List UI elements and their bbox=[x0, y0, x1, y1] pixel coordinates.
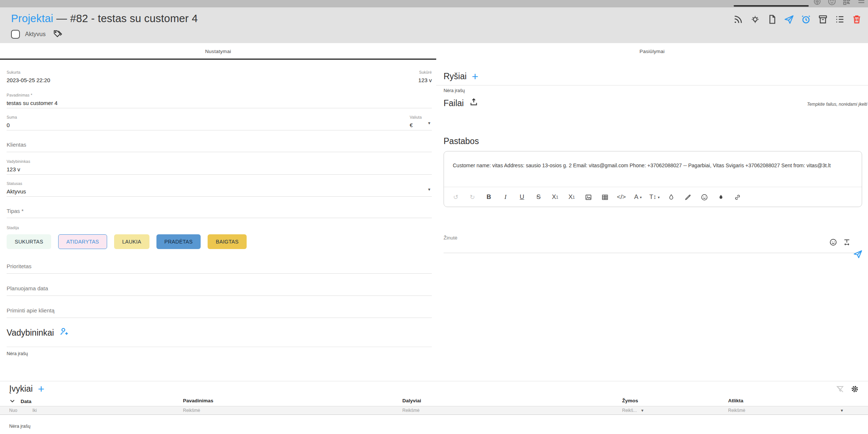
bold-icon[interactable]: B bbox=[483, 191, 495, 203]
settings-gear-icon[interactable] bbox=[850, 385, 859, 395]
stadija-chip-atidarytas[interactable]: ATIDARYTAS bbox=[58, 234, 107, 249]
filter-dalyviai[interactable]: Reikšmė bbox=[402, 408, 420, 413]
superscript-icon[interactable]: X1 bbox=[566, 191, 578, 203]
rss-icon[interactable] bbox=[733, 14, 744, 25]
stadija-chip-baigtas[interactable]: BAIGTAS bbox=[208, 234, 247, 249]
alarm-reminder-icon[interactable] bbox=[801, 14, 811, 25]
idea-lightbulb-icon[interactable] bbox=[750, 14, 761, 25]
undo-icon[interactable]: ↺ bbox=[450, 191, 462, 203]
filter-zymos[interactable]: Reikš...▾ bbox=[622, 408, 643, 413]
browser-qr-icon[interactable] bbox=[842, 0, 851, 6]
filter-iki[interactable]: Iki bbox=[32, 408, 37, 413]
list-view-icon[interactable] bbox=[835, 14, 845, 25]
suma-label: Suma bbox=[7, 115, 17, 119]
active-checkbox[interactable] bbox=[11, 30, 20, 39]
pavadinimas-input[interactable]: testas su customer 4 bbox=[7, 100, 432, 106]
highlight-pen-icon[interactable] bbox=[682, 191, 694, 203]
events-top-divider bbox=[0, 381, 868, 381]
attach-image-icon[interactable] bbox=[843, 238, 851, 248]
column-pavadinimas[interactable]: Pavadinimas bbox=[183, 398, 214, 403]
font-color-icon[interactable]: A▾ bbox=[632, 191, 644, 203]
klientas-field[interactable]: Klientas bbox=[7, 141, 432, 152]
column-dalyviai[interactable]: Dalyviai bbox=[402, 398, 421, 403]
statusas-select[interactable]: Statusas Aktyvus ▾ bbox=[7, 181, 432, 197]
link-icon[interactable] bbox=[731, 191, 743, 203]
redo-icon[interactable]: ↻ bbox=[466, 191, 478, 203]
suma-input[interactable]: 0 bbox=[7, 122, 17, 128]
sukure-label: Sukūrė bbox=[418, 70, 432, 74]
planuojama-data-field[interactable]: Planuojama data bbox=[7, 285, 432, 296]
emoji-icon[interactable] bbox=[698, 191, 710, 203]
browser-extension-icon[interactable] bbox=[813, 0, 822, 6]
column-atlikta[interactable]: Atlikta bbox=[728, 398, 743, 403]
events-empty-text: Nėra įrašų bbox=[9, 424, 31, 429]
valiuta-caret-icon[interactable]: ▾ bbox=[428, 120, 430, 126]
text-size-icon[interactable]: T↕▾ bbox=[649, 191, 660, 203]
tipas-label: Tipas * bbox=[7, 208, 432, 214]
stadija-chip-pradetas[interactable]: PRADĖTAS bbox=[156, 234, 201, 249]
stadija-chip-sukurtas[interactable]: SUKURTAS bbox=[7, 234, 51, 249]
subscript-icon[interactable]: X1 bbox=[549, 191, 561, 203]
filter-atlikta-caret-icon[interactable]: ▾ bbox=[841, 408, 843, 413]
priminti-field[interactable]: Priminti apie klientą bbox=[7, 307, 432, 318]
pastabos-section-header: Pastabos bbox=[444, 136, 479, 146]
vadybininkas-field[interactable]: Vadybininkas 123 v bbox=[7, 159, 432, 175]
prioritetas-field[interactable]: Prioritetas bbox=[7, 263, 432, 274]
italic-icon[interactable]: I bbox=[500, 191, 511, 203]
vadybininkas-label: Vadybininkas bbox=[7, 159, 432, 164]
underline-icon[interactable]: U bbox=[516, 191, 528, 203]
valiuta-select[interactable]: Valiuta € ▾ bbox=[410, 115, 432, 130]
archive-icon[interactable] bbox=[818, 14, 828, 25]
column-zymos[interactable]: Žymos bbox=[622, 398, 638, 403]
suma-field[interactable]: Suma 0 bbox=[7, 115, 17, 130]
priminti-label: Priminti apie klientą bbox=[7, 307, 432, 314]
filter-pavadinimas[interactable]: Reikšmė bbox=[183, 408, 200, 413]
chevron-down-icon bbox=[9, 398, 15, 404]
insert-image-icon[interactable] bbox=[582, 191, 594, 203]
browser-menu-icon[interactable] bbox=[857, 0, 866, 6]
ink-drop-icon[interactable] bbox=[715, 191, 727, 203]
column-data[interactable]: Data bbox=[9, 398, 31, 404]
tags-icon[interactable] bbox=[53, 29, 63, 39]
filter-atlikta[interactable]: Reikšmė bbox=[728, 408, 745, 413]
created-row: Sukurta 2023-05-25 22:20 Sukūrė 123 v bbox=[7, 70, 432, 83]
filter-zymos-caret-icon[interactable]: ▾ bbox=[641, 408, 643, 413]
filter-icon[interactable] bbox=[836, 385, 844, 395]
send-icon[interactable] bbox=[853, 249, 863, 260]
tipas-field[interactable]: Tipas * bbox=[7, 208, 432, 218]
strikethrough-icon[interactable]: S bbox=[533, 191, 544, 203]
vadybininkas-input[interactable]: 123 v bbox=[7, 166, 432, 172]
note-editor[interactable]: Customer name: vitas Address: sausio 13-… bbox=[444, 151, 862, 207]
stadija-chip-laukia[interactable]: LAUKIA bbox=[114, 234, 149, 249]
klientas-label: Klientas bbox=[7, 141, 432, 148]
upload-icon[interactable] bbox=[469, 97, 479, 109]
send-message-icon[interactable] bbox=[784, 14, 794, 25]
message-emoji-icon[interactable] bbox=[829, 238, 837, 248]
pavadinimas-field[interactable]: Pavadinimas * testas su customer 4 bbox=[7, 93, 432, 108]
tab-pasiulymai[interactable]: Pasiūlymai bbox=[436, 43, 868, 60]
add-event-icon[interactable]: + bbox=[38, 385, 45, 393]
add-person-icon[interactable] bbox=[59, 326, 70, 339]
dropzone-hint-text: Tempkite failus, norėdami įkelti bbox=[807, 102, 867, 107]
note-text[interactable]: Customer name: vitas Address: sausio 13-… bbox=[444, 151, 862, 170]
events-table-header: Data Pavadinimas Dalyviai Žymos Atlikta bbox=[0, 398, 868, 405]
message-input-placeholder[interactable]: Žinutė bbox=[444, 235, 458, 241]
statusas-caret-icon[interactable]: ▾ bbox=[428, 187, 430, 192]
statusas-value[interactable]: Aktyvus bbox=[7, 188, 432, 195]
ivykiai-title: Įvykiai bbox=[9, 384, 33, 394]
delete-trash-icon[interactable] bbox=[851, 14, 862, 25]
stadija-group: Stadija bbox=[7, 225, 432, 230]
sukure-value: 123 v bbox=[418, 77, 432, 83]
message-input-underline bbox=[444, 253, 861, 253]
add-rysiai-icon[interactable]: + bbox=[472, 73, 479, 81]
tab-nustatymai[interactable]: Nustatymai bbox=[0, 43, 436, 60]
message-input-icons bbox=[829, 238, 851, 248]
background-color-icon[interactable] bbox=[665, 191, 677, 203]
browser-profile-icon[interactable] bbox=[828, 0, 836, 6]
pastabos-title: Pastabos bbox=[444, 136, 479, 146]
code-icon[interactable]: </> bbox=[615, 191, 627, 203]
filter-nuo[interactable]: Nuo bbox=[9, 408, 17, 413]
breadcrumb-projects-link[interactable]: Projektai bbox=[11, 13, 53, 24]
insert-table-icon[interactable] bbox=[599, 191, 611, 203]
document-icon[interactable] bbox=[767, 14, 777, 25]
